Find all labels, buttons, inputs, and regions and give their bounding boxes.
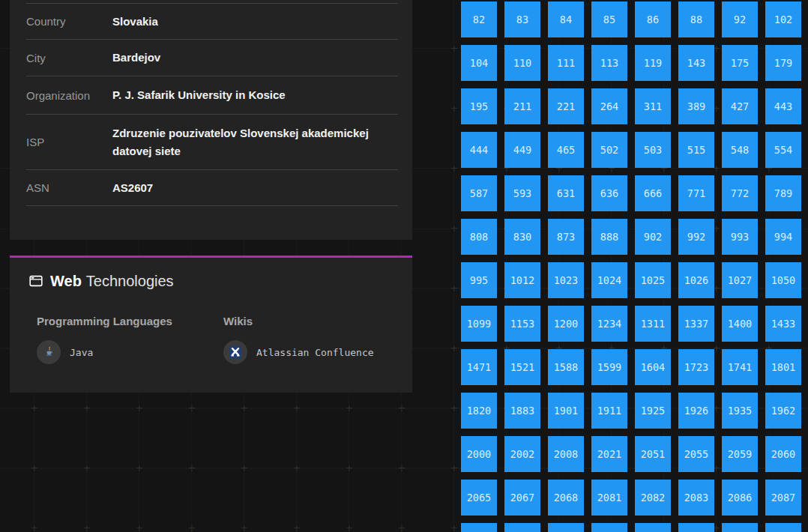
port-tile[interactable]: 2067: [504, 480, 540, 516]
port-tile[interactable]: 548: [722, 132, 758, 168]
port-tile[interactable]: 1962: [765, 393, 801, 429]
port-tile[interactable]: 1935: [722, 393, 758, 429]
port-tile[interactable]: 179: [765, 45, 801, 81]
port-tile[interactable]: 631: [548, 175, 584, 211]
port-tile[interactable]: 2055: [678, 436, 714, 472]
port-tile-cutoff[interactable]: [678, 523, 714, 532]
port-tile[interactable]: 888: [591, 219, 627, 255]
port-tile[interactable]: 2002: [504, 436, 540, 472]
port-tile[interactable]: 994: [765, 219, 801, 255]
port-tile[interactable]: 1400: [722, 306, 758, 342]
port-tile[interactable]: 175: [722, 45, 758, 81]
port-tile[interactable]: 2000: [461, 436, 497, 472]
port-tile[interactable]: 1521: [504, 349, 540, 385]
tech-item[interactable]: Atlassian Confluence: [223, 340, 410, 364]
port-tile[interactable]: 587: [461, 175, 497, 211]
port-tile[interactable]: 503: [635, 132, 671, 168]
port-tile-cutoff[interactable]: [765, 523, 801, 532]
port-tile[interactable]: 1337: [678, 306, 714, 342]
port-tile[interactable]: 995: [461, 262, 497, 298]
port-tile[interactable]: 1023: [548, 262, 584, 298]
port-tile[interactable]: 1433: [765, 306, 801, 342]
port-tile-cutoff[interactable]: [548, 523, 584, 532]
port-tile[interactable]: 1050: [765, 262, 801, 298]
port-tile[interactable]: 1926: [678, 393, 714, 429]
port-tile[interactable]: 427: [722, 88, 758, 124]
port-tile-cutoff[interactable]: [461, 523, 497, 532]
port-tile[interactable]: 113: [591, 45, 627, 81]
port-tile[interactable]: 1024: [591, 262, 627, 298]
port-tile[interactable]: 515: [678, 132, 714, 168]
port-tile[interactable]: 2021: [591, 436, 627, 472]
port-tile[interactable]: 88: [678, 1, 714, 37]
port-tile[interactable]: 389: [678, 88, 714, 124]
port-tile[interactable]: 110: [504, 45, 540, 81]
port-tile-cutoff[interactable]: [591, 523, 627, 532]
port-tile[interactable]: 449: [504, 132, 540, 168]
port-tile[interactable]: 465: [548, 132, 584, 168]
port-tile[interactable]: 902: [635, 219, 671, 255]
port-tile[interactable]: 1801: [765, 349, 801, 385]
port-tile[interactable]: 221: [548, 88, 584, 124]
port-tile[interactable]: 1311: [635, 306, 671, 342]
port-tile[interactable]: 311: [635, 88, 671, 124]
port-tile[interactable]: 82: [461, 1, 497, 37]
port-tile[interactable]: 1234: [591, 306, 627, 342]
port-tile[interactable]: 1599: [591, 349, 627, 385]
port-tile[interactable]: 1027: [722, 262, 758, 298]
port-tile[interactable]: 119: [635, 45, 671, 81]
port-tile[interactable]: 1723: [678, 349, 714, 385]
port-tile[interactable]: 2068: [548, 480, 584, 516]
port-tile[interactable]: 2060: [765, 436, 801, 472]
port-tile[interactable]: 86: [635, 1, 671, 37]
port-tile[interactable]: 1200: [548, 306, 584, 342]
port-tile[interactable]: 554: [765, 132, 801, 168]
port-tile[interactable]: 993: [722, 219, 758, 255]
port-tile[interactable]: 1588: [548, 349, 584, 385]
port-tile[interactable]: 264: [591, 88, 627, 124]
port-tile[interactable]: 2051: [635, 436, 671, 472]
port-tile[interactable]: 1025: [635, 262, 671, 298]
port-tile[interactable]: 1741: [722, 349, 758, 385]
port-tile[interactable]: 1911: [591, 393, 627, 429]
port-tile[interactable]: 789: [765, 175, 801, 211]
port-tile[interactable]: 636: [591, 175, 627, 211]
tech-item[interactable]: Java: [37, 340, 223, 364]
port-tile-cutoff[interactable]: [504, 523, 540, 532]
port-tile[interactable]: 211: [504, 88, 540, 124]
port-tile[interactable]: 104: [461, 45, 497, 81]
port-tile[interactable]: 83: [504, 1, 540, 37]
port-tile[interactable]: 666: [635, 175, 671, 211]
port-tile[interactable]: 2065: [461, 480, 497, 516]
port-tile[interactable]: 111: [548, 45, 584, 81]
port-tile[interactable]: 2083: [678, 480, 714, 516]
port-tile[interactable]: 772: [722, 175, 758, 211]
port-tile[interactable]: 2059: [722, 436, 758, 472]
port-tile[interactable]: 2087: [765, 480, 801, 516]
port-tile[interactable]: 143: [678, 45, 714, 81]
port-tile[interactable]: 593: [504, 175, 540, 211]
port-tile[interactable]: 195: [461, 88, 497, 124]
port-tile[interactable]: 92: [722, 1, 758, 37]
port-tile[interactable]: 84: [548, 1, 584, 37]
port-tile[interactable]: 1883: [504, 393, 540, 429]
port-tile[interactable]: 771: [678, 175, 714, 211]
port-tile[interactable]: 2008: [548, 436, 584, 472]
port-tile[interactable]: 1099: [461, 306, 497, 342]
port-tile[interactable]: 830: [504, 219, 540, 255]
port-tile[interactable]: 85: [591, 1, 627, 37]
port-tile-cutoff[interactable]: [722, 523, 758, 532]
port-tile[interactable]: 102: [765, 1, 801, 37]
port-tile[interactable]: 992: [678, 219, 714, 255]
port-tile[interactable]: 873: [548, 219, 584, 255]
port-tile[interactable]: 2081: [591, 480, 627, 516]
port-tile[interactable]: 1820: [461, 393, 497, 429]
port-tile[interactable]: 2086: [722, 480, 758, 516]
port-tile[interactable]: 808: [461, 219, 497, 255]
port-tile[interactable]: 1901: [548, 393, 584, 429]
port-tile[interactable]: 443: [765, 88, 801, 124]
port-tile[interactable]: 444: [461, 132, 497, 168]
port-tile[interactable]: 1026: [678, 262, 714, 298]
port-tile-cutoff[interactable]: [635, 523, 671, 532]
port-tile[interactable]: 502: [591, 132, 627, 168]
